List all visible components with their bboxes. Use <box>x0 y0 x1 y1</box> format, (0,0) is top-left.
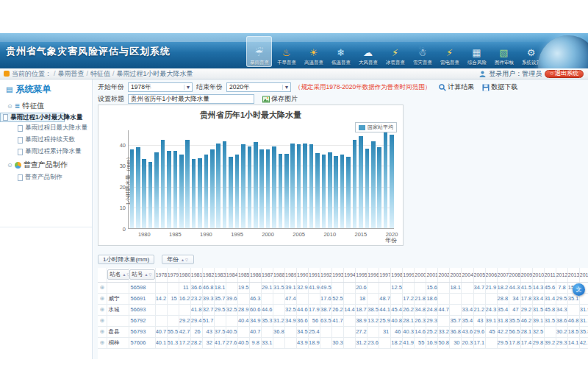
year-column-header[interactable]: 2000 <box>415 268 426 282</box>
year-column-header[interactable]: 1993 <box>332 268 344 282</box>
year-column-header[interactable]: 2005 <box>473 268 485 282</box>
breadcrumb-item[interactable]: 暴雨普查 <box>58 69 85 79</box>
value-cell: 39.1 <box>532 315 544 326</box>
row-expander-icon[interactable]: ⊕ <box>98 304 107 315</box>
year-column-header[interactable]: 2010 <box>532 268 544 282</box>
value-cell: 41.7 <box>332 315 344 326</box>
sort-header-box[interactable]: 站号▲▽ <box>129 269 156 280</box>
breadcrumb-item[interactable]: 特征值 <box>90 69 110 79</box>
year-column-header[interactable]: 1997 <box>379 268 391 282</box>
pivot-chips: 1小时降水量(mm) 年份▲▽ <box>98 255 194 264</box>
set-title-label: 设置标题 <box>98 94 124 104</box>
nav-item-wind[interactable]: ☁大风普查 <box>355 36 381 67</box>
sidebar-group-1[interactable]: ⊙普查产品制作 <box>0 158 92 171</box>
year-column-header[interactable]: 2008 <box>509 268 520 282</box>
row-expander-icon[interactable]: ⊕ <box>98 282 107 293</box>
year-column-header[interactable]: 2011 <box>544 268 556 282</box>
value-cell: 31.2 <box>273 315 284 326</box>
nav-item-rainstorm[interactable]: ☔暴雨普查 <box>246 36 272 67</box>
x-tick-label: 1995 <box>226 231 248 238</box>
value-cell: 29.4 <box>190 315 202 326</box>
nav-item-hail[interactable]: ⚡冰雹普查 <box>382 36 408 67</box>
year-column-header[interactable]: 1995 <box>356 268 368 282</box>
sidebar-item[interactable]: 暴雨过程持续天数 <box>0 134 92 146</box>
year-column-header[interactable]: 2003 <box>450 268 462 282</box>
year-column-header[interactable]: 1989 <box>285 268 297 282</box>
pie-icon <box>15 162 21 169</box>
nav-item-label: 综合风险 <box>467 59 487 66</box>
year-column-header[interactable]: 1986 <box>249 268 261 282</box>
year-column-header[interactable]: 1983 <box>214 268 226 282</box>
year-column-header[interactable]: 1982 <box>202 268 214 282</box>
year-column-header[interactable]: 2007 <box>497 268 509 282</box>
sidebar-item[interactable]: 暴雨过程1小时最大降水量 <box>0 113 65 122</box>
breadcrumb-item[interactable]: 暴雨过程1小时最大降水量 <box>117 69 193 79</box>
year-column-header[interactable]: 1987 <box>261 268 273 282</box>
year-column-header[interactable]: 1990 <box>297 268 309 282</box>
tree-toggle-icon[interactable]: ⊙ <box>7 103 12 110</box>
year-column-header[interactable]: 1996 <box>368 268 379 282</box>
download-button[interactable]: 数据下载 <box>482 82 517 92</box>
sidebar-group-0[interactable]: ⊙≣特征值 <box>0 99 92 113</box>
row-expander-icon[interactable]: ⊕ <box>98 337 107 348</box>
chart-bar <box>315 153 320 228</box>
station-name-header[interactable]: 站名▲▽ <box>107 268 129 282</box>
sort-header-box[interactable]: 站名▲▽ <box>107 269 129 280</box>
year-column-header[interactable]: 1992 <box>320 268 332 282</box>
user-icon <box>479 71 486 77</box>
nav-item-snow[interactable]: ☃雪灾普查 <box>409 36 435 67</box>
nav-item-risk[interactable]: ▦综合风险 <box>464 36 490 67</box>
floating-widget-icon[interactable]: 文 <box>573 283 585 296</box>
year-column-header[interactable]: 2009 <box>520 268 532 282</box>
save-image-button[interactable]: 保存图片 <box>262 94 298 104</box>
year-column-header[interactable]: 2002 <box>438 268 450 282</box>
year-column-header[interactable]: 1985 <box>237 268 249 282</box>
year-column-header[interactable]: 2013 <box>567 268 579 282</box>
chart-bar <box>328 152 332 228</box>
year-column-header[interactable]: 1978 <box>155 268 167 282</box>
nav-item-low-temp[interactable]: ❄低温普查 <box>328 36 354 67</box>
year-column-header[interactable]: 2001 <box>426 268 438 282</box>
year-column-header[interactable]: 1999 <box>403 268 415 282</box>
year-column-header[interactable]: 1994 <box>344 268 356 282</box>
year-column-header[interactable]: 1980 <box>179 268 190 282</box>
year-column-header[interactable]: 1998 <box>391 268 403 282</box>
year-column-header[interactable]: 1981 <box>190 268 202 282</box>
value-cell: 42.7 <box>179 326 190 337</box>
sidebar-item[interactable]: 暴雨过程累计降水量 <box>0 146 92 158</box>
x-tick-label: 1990 <box>195 231 217 238</box>
row-expander-icon[interactable]: ⊕ <box>98 315 107 326</box>
nav-item-lightning[interactable]: ⚡雷电普查 <box>437 36 462 67</box>
year-column-header[interactable]: 2006 <box>485 268 497 282</box>
value-cell: 35.8 <box>579 326 588 337</box>
year-column-header[interactable]: 1988 <box>273 268 284 282</box>
chart-title-input[interactable] <box>128 94 254 104</box>
end-year-select[interactable]: 2020年▼ <box>226 82 291 92</box>
value-cell: 40.7 <box>155 326 167 337</box>
year-column-header[interactable]: 1979 <box>167 268 179 282</box>
year-column-header[interactable]: 2014 <box>579 268 588 282</box>
logout-button[interactable]: ○退出系统 <box>545 70 584 78</box>
nav-item-map-review[interactable]: ▧图件审核 <box>491 36 517 67</box>
value-cell <box>379 337 391 348</box>
sidebar-item[interactable]: 暴雨过程日最大降水量 <box>0 122 92 134</box>
nav-item-high-temp[interactable]: ☀高温普查 <box>301 36 326 67</box>
row-expander-icon[interactable]: ⊕ <box>98 293 107 304</box>
year-column-header[interactable]: 1991 <box>309 268 320 282</box>
column-chip[interactable]: 年份▲▽ <box>162 255 194 264</box>
y-tick-label: 0 <box>112 226 126 233</box>
start-year-select[interactable]: 1978年▼ <box>128 82 193 92</box>
nav-item-drought[interactable]: ♨干旱普查 <box>273 36 299 67</box>
calculate-button[interactable]: 计算结果 <box>439 82 474 92</box>
year-column-header[interactable]: 1984 <box>226 268 237 282</box>
value-cell: 17.8 <box>520 293 532 304</box>
year-column-header[interactable]: 2012 <box>556 268 567 282</box>
row-expander-icon[interactable]: ⊕ <box>98 326 107 337</box>
measure-chip[interactable]: 1小时降水量(mm) <box>98 255 154 264</box>
sidebar-item[interactable]: 普查产品制作 <box>0 171 92 183</box>
tree-toggle-icon[interactable]: ⊙ <box>7 162 12 169</box>
value-cell <box>462 282 473 293</box>
breadcrumb-separator: / <box>87 70 89 77</box>
year-column-header[interactable]: 2004 <box>462 268 473 282</box>
station-id-header[interactable]: 站号▲▽ <box>129 268 155 282</box>
